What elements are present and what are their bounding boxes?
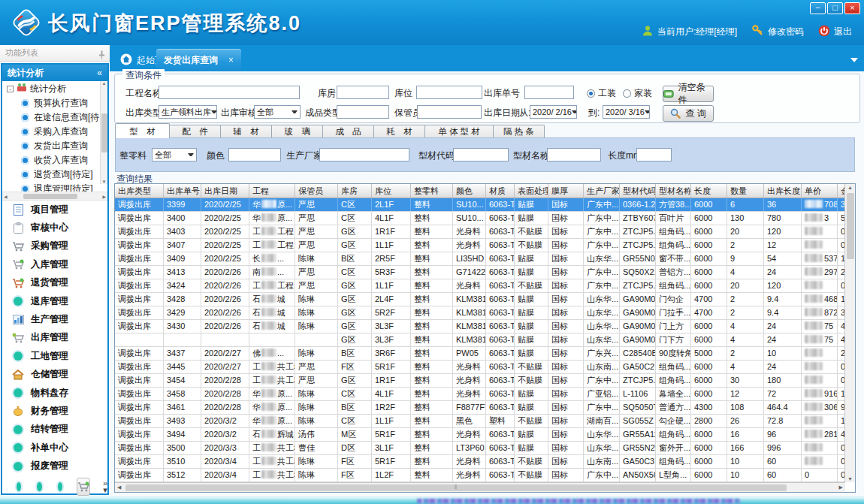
scroll-up-icon[interactable]: ▲ [102,81,107,86]
table-row[interactable]: 调拨出库34072020/2/25工工程严思G区1L1F整料光身料6063-T5… [115,239,856,252]
sidebar-item-circle[interactable]: 退库管理 [2,292,107,310]
scroll-down-icon[interactable]: ▼ [847,476,853,481]
tree-item[interactable]: 退库管理[待定] [2,182,107,192]
cart-shortcut-button[interactable] [77,478,90,496]
clear-conditions-button[interactable]: 清空条件 [663,86,714,102]
table-row[interactable]: 调拨出库34032020/2/25工工程严思G区1R1F整料光身料6063-T5… [115,225,856,239]
product-type-input[interactable] [337,105,389,119]
pin-icon[interactable] [98,49,105,65]
scroll-left-icon[interactable]: ◀ [117,484,121,490]
tree-horizontal-scrollbar[interactable]: ◀ ▶ [2,192,107,201]
scroll-right-icon[interactable]: ▶ [102,194,106,199]
table-row[interactable]: G区3L3F整料KLM38176063-T5贴膜国标山东华...GA90M09.… [115,333,856,347]
tree-item[interactable]: 发货出库查询 [2,139,107,153]
table-row[interactable]: 调拨出库34452020/2/27工共工程严思F区5R1F整料光身料6063-T… [115,361,856,374]
tree-root[interactable]: - 统计分析 [2,81,107,96]
audit-select[interactable]: 全部 [254,105,301,119]
scroll-thumb[interactable]: ⦀ [125,484,787,491]
sidebar-item-finance[interactable]: 财务管理 [2,402,107,420]
sidebar-item-cart-in[interactable]: 入库管理 [2,255,107,273]
column-header[interactable]: 保管员 [295,184,338,198]
tree-item[interactable]: 采购入库查询 [2,125,107,139]
subtab-4[interactable]: 玻 璃 [271,125,323,138]
column-header[interactable]: 出库日期 [201,184,249,198]
column-header[interactable]: 表面处理 [515,184,548,198]
column-header[interactable]: 工程 [249,184,295,198]
shortcut-icon[interactable] [37,482,41,491]
column-header[interactable]: 型材名称 [656,184,691,198]
table-horizontal-scrollbar[interactable]: ◀ ⦀ ▶ [115,482,845,492]
column-header[interactable]: 库房 [338,184,372,198]
sidebar-item-cart-return[interactable]: 退货管理 [2,274,107,292]
sidebar-item-circle[interactable]: 补单中心 [2,439,107,457]
order-no-input[interactable] [524,86,574,99]
sidebar-item-circle[interactable]: 物料盘存 [2,384,107,402]
search-button[interactable]: 查 询 [663,105,714,122]
tab-outbound-query[interactable]: 发货出库查询 × [156,49,241,71]
expander-icon[interactable]: - [7,86,14,92]
column-header[interactable]: 生产厂家 [584,184,620,198]
tree-item[interactable]: 收货入库查询 [2,153,107,167]
column-header[interactable]: 整零料 [411,184,453,198]
scroll-thumb[interactable] [101,113,107,152]
column-header[interactable]: 单价 [802,184,838,198]
radio-home-icon[interactable] [623,89,631,98]
out-type-select[interactable]: 生产领料出库 [159,105,217,119]
sidebar-item-clipboard[interactable]: 审核中心 [2,219,107,237]
column-header[interactable]: 出库类型 [115,184,164,198]
column-header[interactable]: 材质 [486,184,515,198]
subtab-3[interactable]: 辅 材 [220,125,272,138]
code-input[interactable] [453,148,509,161]
shortcut-icon[interactable] [58,482,62,491]
logout-button[interactable]: 退出 [818,25,852,39]
column-header[interactable]: 出库长度 [764,184,802,198]
color-input[interactable] [228,148,281,161]
table-row[interactable]: 调拨出库34582020/2/28华原...陈琳C区4L1F整料光身料6063-… [115,388,856,401]
column-header[interactable]: 库位 [372,184,411,198]
maximize-button[interactable]: □ [827,2,843,14]
collapse-icon[interactable]: « [97,65,102,81]
table-row[interactable]: 调拨出库33992020/2/25华原...严思C区2L1F整料SU10...6… [115,198,856,212]
table-row[interactable]: 调拨出库34002020/2/25华原...严思C区4L1F整料SU10...6… [115,212,856,225]
radio-work[interactable]: 工装 [587,87,616,100]
radio-work-icon[interactable] [587,89,595,98]
subtab-1[interactable]: 型 材 [115,123,170,138]
tab-list-caret-icon[interactable] [850,58,858,62]
zhengling-select[interactable]: 全部 [152,148,197,161]
table-row[interactable]: 调拨出库34302020/2/26石城陈琳G区3L3F整料KLM38176063… [115,320,856,333]
close-button[interactable]: × [844,2,860,14]
column-header[interactable]: 型材代码 [620,184,656,198]
tree-item[interactable]: 退货查询[待定] [2,167,107,182]
name-input[interactable] [547,148,601,161]
table-row[interactable]: 调拨出库34372020/2/27佛...陈琳B区3R6F整料PW056063-… [115,347,856,361]
scroll-thumb[interactable] [847,193,854,259]
tab-close-icon[interactable]: × [228,55,234,65]
table-row[interactable]: 调拨出库34242020/2/26工工程严思G区1L1F整料光身料6063-T5… [115,279,856,293]
column-header[interactable]: 膜厚 [548,184,584,198]
more-button[interactable]: »▾ [103,480,107,493]
length-input[interactable] [636,148,672,161]
column-header[interactable]: 长度 [691,184,727,198]
table-row[interactable]: 调拨出库35002020/3/3工共工程曹佳D区3L1F整料LT3P606063… [115,442,856,455]
table-row[interactable]: 调拨出库34292020/2/26石城陈琳G区5R2F整料KLM38176063… [115,306,856,320]
table-row[interactable]: 调拨出库34932020/3/2华原...陈琳C区1L1F整料黑色塑料不贴膜国标… [115,415,856,428]
sidebar-item-circle[interactable]: 报废管理 [2,457,107,475]
subtab-8[interactable]: 隔 热 条 [493,125,545,138]
table-row[interactable]: 调拨出库35122020/3/4工共工程陈琳F区1L2F整料光身料6063-T5… [115,469,856,482]
warehouse-input[interactable] [337,86,389,99]
sidebar-item-chart[interactable]: 生产管理 [2,310,107,328]
minimize-button[interactable]: − [810,2,826,14]
table-row[interactable]: 调拨出库34092020/2/25长...陈琳B区2R5F整料LI35HD606… [115,252,856,266]
project-name-input[interactable] [159,86,300,99]
column-header[interactable]: 出库单号 [164,184,201,198]
subtab-6[interactable]: 耗 材 [373,125,425,138]
subtab-5[interactable]: 成 品 [322,125,374,138]
date-from-picker[interactable]: 2020/ 2/16 [530,105,577,119]
tree-vertical-scrollbar[interactable]: ▲ ▼ [100,81,107,184]
location-input[interactable] [416,86,482,99]
keeper-input[interactable] [417,105,482,119]
radio-home[interactable]: 家装 [623,87,652,100]
date-to-picker[interactable]: 2020/ 3/16 [603,105,650,119]
table-row[interactable]: 调拨出库34132020/2/26南...严思C区5R3F整料G71422606… [115,266,856,279]
table-row[interactable]: 调拨出库34942020/3/2石辉城汤伟M区5R1F整料光身料6063-T5贴… [115,428,856,442]
